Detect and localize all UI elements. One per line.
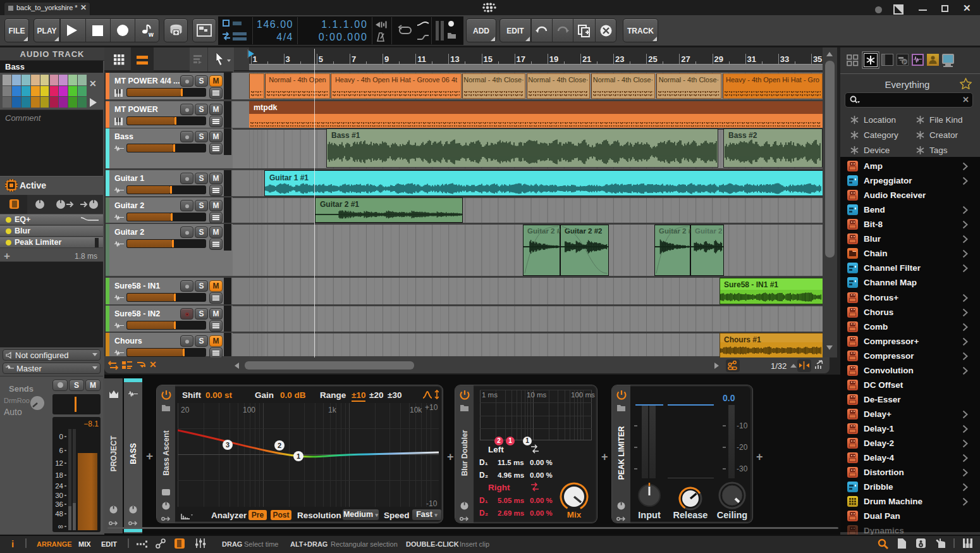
svg-text:P: P [903, 59, 907, 65]
svg-text:w: w [148, 31, 154, 38]
